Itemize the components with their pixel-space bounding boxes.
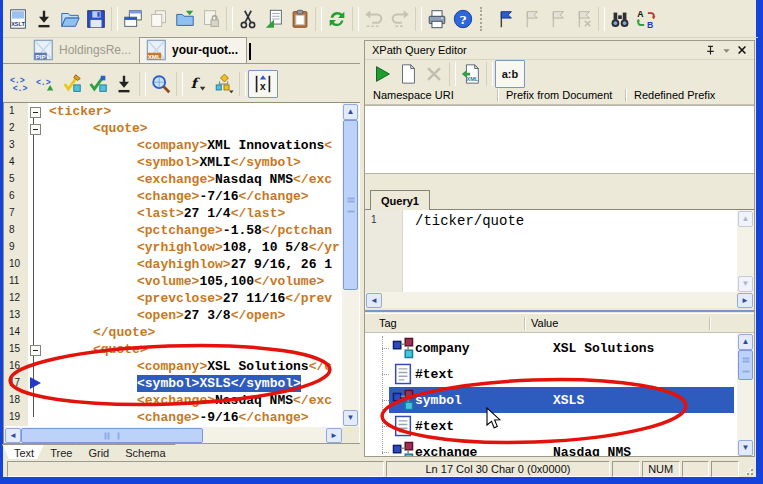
view-tab-schema[interactable]: Schema [113, 444, 175, 459]
function-menu-button[interactable]: f [185, 71, 211, 97]
xml-source-editor[interactable]: 1<ticker>2<quote>3<company>XML Innovatio… [3, 102, 360, 443]
query-editor[interactable]: 1 /ticker/quote ▲ ▼ [365, 209, 754, 292]
toolbar-grip[interactable] [480, 7, 488, 31]
code-line-4[interactable]: 4<symbol>XMLI</symbol> [4, 154, 342, 171]
scroll-up-button[interactable]: ▲ [738, 334, 753, 350]
copy-button[interactable] [261, 6, 287, 32]
xslt-document-button[interactable]: XSLT [5, 6, 31, 32]
next-bookmark-button[interactable] [518, 6, 544, 32]
view-tab-tree[interactable]: Tree [38, 444, 82, 459]
query-vscrollbar[interactable]: ▲ ▼ [737, 210, 754, 292]
close-icon[interactable] [734, 43, 750, 57]
locked-document-button[interactable] [198, 6, 224, 32]
delete-query-button[interactable] [421, 61, 447, 87]
code-line-8[interactable]: 8<pctchange>-1.58</pctchan [4, 222, 342, 239]
browser-view-button[interactable] [148, 71, 174, 97]
fold-margin[interactable] [28, 103, 46, 120]
new-query-button[interactable] [395, 61, 421, 87]
scroll-left-button[interactable]: ◄ [5, 428, 21, 443]
editor-vscrollbar[interactable]: ▲ ▼ [342, 103, 359, 427]
scroll-down-button[interactable]: ▼ [738, 440, 753, 456]
fold-toggle-icon[interactable] [30, 124, 41, 135]
new-window-button[interactable] [120, 6, 146, 32]
xml-tags-button[interactable]: <.><.> [7, 71, 33, 97]
paste-button[interactable] [287, 6, 313, 32]
pin-icon[interactable] [702, 43, 718, 57]
code-line-3[interactable]: 3<company>XML Innovations< [4, 137, 342, 154]
download-button[interactable] [31, 6, 57, 32]
result-row-text[interactable]: #text [389, 413, 734, 439]
code-line-14[interactable]: 14</quote> [4, 324, 342, 341]
open-file-button[interactable] [57, 6, 83, 32]
editor-hscrollbar[interactable]: ◄ ► [4, 427, 342, 443]
bookmark-button[interactable] [492, 6, 518, 32]
scroll-down-button[interactable]: ▼ [738, 276, 753, 292]
refresh-button[interactable] [324, 6, 350, 32]
panel-title-bar[interactable]: XPath Query Editor [365, 41, 754, 60]
editor-vscroll-thumb[interactable] [343, 120, 358, 290]
code-line-1[interactable]: 1<ticker> [4, 103, 342, 120]
replace-button[interactable]: AB [633, 6, 659, 32]
document-tab-holdingsre-[interactable]: PIPHoldingsRe... [27, 38, 139, 63]
code-line-18[interactable]: 18<exchange>Nasdaq NMS</exc [4, 392, 342, 409]
fold-toggle-icon[interactable] [30, 107, 41, 118]
scroll-right-button[interactable]: ► [326, 428, 342, 443]
code-line-16[interactable]: 16<company>XSL Solutions</c [4, 358, 342, 375]
column-namespace-uri[interactable]: Namespace URI [365, 89, 498, 102]
column-tag[interactable]: Tag [365, 317, 525, 330]
document-tab-your-quot-[interactable]: XMLyour-quot... [139, 37, 247, 63]
scroll-down-button[interactable]: ▼ [343, 410, 358, 426]
well-formed-button[interactable] [85, 71, 111, 97]
result-row-symbol[interactable]: symbolXSLS [389, 387, 734, 413]
code-line-17[interactable]: 17<symbol>XSLS</symbol> [4, 375, 342, 392]
result-row-text[interactable]: #text [389, 361, 734, 387]
clear-bookmarks-button[interactable] [570, 6, 596, 32]
code-line-5[interactable]: 5<exchange>Nasdaq NMS</exc [4, 171, 342, 188]
redo-button[interactable] [387, 6, 413, 32]
result-row-company[interactable]: companyXSL Solutions [389, 335, 734, 361]
print-button[interactable] [424, 6, 450, 32]
cut-button[interactable] [235, 6, 261, 32]
import-data-button[interactable] [111, 71, 137, 97]
prev-bookmark-button[interactable] [544, 6, 570, 32]
column-value[interactable]: Value [525, 317, 710, 330]
results-vscroll-thumb[interactable] [738, 350, 753, 380]
prefix-toggle-button[interactable]: a:b [495, 60, 525, 88]
result-row-exchange[interactable]: exchangeNasdaq NMS [389, 439, 734, 456]
editor-hscroll-thumb[interactable] [21, 428, 203, 443]
code-line-10[interactable]: 10<dayhighlow>27 9/16, 26 1 [4, 256, 342, 273]
find-button[interactable] [607, 6, 633, 32]
panel-splitter[interactable] [365, 310, 754, 312]
code-line-15[interactable]: 15<quote> [4, 341, 342, 358]
xml-check-button[interactable]: <.> [33, 71, 59, 97]
code-line-19[interactable]: 19<change>-9/16</change> [4, 409, 342, 426]
chevron-down-icon[interactable] [718, 43, 734, 57]
open-window-button[interactable] [172, 6, 198, 32]
export-xml-button[interactable]: XML [458, 61, 484, 87]
code-line-13[interactable]: 13<open>27 3/8</open> [4, 307, 342, 324]
undo-button[interactable] [361, 6, 387, 32]
query-hscrollbar[interactable]: ◄ ► [365, 292, 754, 308]
fold-toggle-icon[interactable] [30, 345, 41, 356]
query-text[interactable]: /ticker/quote [403, 210, 737, 229]
code-line-6[interactable]: 6<change>-7/16</change> [4, 188, 342, 205]
tab-query1[interactable]: Query1 [370, 190, 430, 210]
results-vscrollbar[interactable]: ▲ ▼ [737, 333, 754, 456]
scroll-right-button[interactable]: ► [737, 293, 753, 308]
copy-window-button[interactable] [146, 6, 172, 32]
fold-margin[interactable] [28, 120, 46, 137]
results-tree[interactable]: ▲ ▼ companyXSL Solutions#textsymbolXSLS#… [365, 333, 754, 456]
column-prefix-from-document[interactable]: Prefix from Document [498, 89, 626, 102]
column-redefined-prefix[interactable]: Redefined Prefix [626, 89, 748, 102]
view-tab-text[interactable]: Text [2, 444, 44, 459]
code-line-12[interactable]: 12<prevclose>27 11/16</prev [4, 290, 342, 307]
code-line-7[interactable]: 7<last>27 1/4</last> [4, 205, 342, 222]
namespace-table-body[interactable] [365, 105, 754, 174]
fold-margin[interactable] [28, 341, 46, 358]
schema-menu-button[interactable] [211, 71, 237, 97]
run-query-button[interactable] [369, 61, 395, 87]
code-line-2[interactable]: 2<quote> [4, 120, 342, 137]
help-button[interactable]: ? [450, 6, 476, 32]
scroll-up-button[interactable]: ▲ [738, 211, 753, 227]
view-tab-grid[interactable]: Grid [76, 444, 119, 459]
